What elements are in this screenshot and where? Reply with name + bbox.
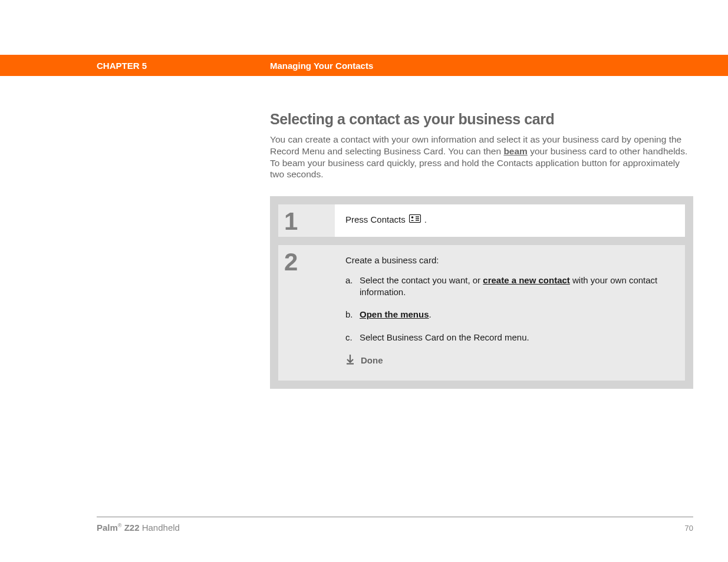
step-2-row: 2 Create a business card: a. Select the …: [278, 245, 685, 381]
intro-paragraph: You can create a contact with your own i…: [270, 134, 693, 180]
step-2-number: 2: [284, 250, 335, 275]
contacts-icon: [409, 214, 421, 226]
chapter-title: Managing Your Contacts: [270, 61, 373, 71]
footer-product: Palm® Z22 Handheld: [97, 523, 180, 533]
footer-brand: Palm: [97, 523, 118, 533]
page-footer: Palm® Z22 Handheld 70: [97, 523, 693, 533]
done-row: Done: [345, 354, 674, 368]
step-2-lead: Create a business card:: [345, 254, 674, 266]
beam-link[interactable]: beam: [503, 146, 528, 156]
step-2a-before: Select the contact you want, or: [360, 275, 483, 285]
steps-container: 1 Press Contacts .: [270, 196, 693, 389]
registered-mark: ®: [118, 523, 122, 528]
step-2b: b. Open the menus.: [345, 309, 674, 320]
step-2-num-cell: 2: [278, 245, 335, 381]
step-1-number: 1: [284, 209, 335, 234]
footer-product-name: Handheld: [140, 523, 180, 533]
chapter-label: CHAPTER 5: [97, 61, 270, 71]
step-1-body: Press Contacts .: [335, 204, 685, 236]
step-2c-text: Select Business Card on the Record menu.: [360, 332, 674, 343]
step-1-num-cell: 1: [278, 204, 335, 236]
step-2c-letter: c.: [345, 332, 360, 343]
step-2b-letter: b.: [345, 309, 360, 320]
step-2b-after: .: [429, 309, 431, 319]
footer-model: Z22: [122, 523, 140, 533]
done-label: Done: [361, 355, 383, 366]
step-1-text-before: Press Contacts: [345, 214, 406, 226]
down-arrow-icon: [345, 354, 355, 368]
page-number: 70: [685, 524, 693, 533]
step-2a-letter: a.: [345, 275, 360, 299]
step-1-row: 1 Press Contacts .: [278, 204, 685, 236]
step-2c: c. Select Business Card on the Record me…: [345, 332, 674, 343]
chapter-header-bar: CHAPTER 5 Managing Your Contacts: [0, 55, 728, 76]
create-new-contact-link[interactable]: create a new contact: [483, 275, 570, 285]
section-heading: Selecting a contact as your business car…: [270, 111, 693, 128]
step-2-body: Create a business card: a. Select the co…: [335, 245, 685, 381]
step-2a: a. Select the contact you want, or creat…: [345, 275, 674, 299]
step-1-text-after: .: [424, 214, 427, 226]
footer-rule: [97, 517, 693, 517]
open-the-menus-link[interactable]: Open the menus: [360, 309, 429, 319]
svg-point-1: [411, 217, 413, 219]
